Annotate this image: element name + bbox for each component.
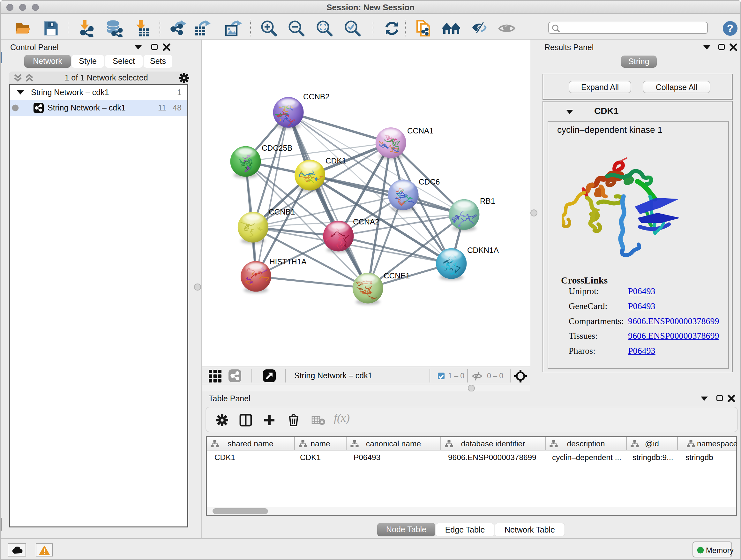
svg-text:CCNA1: CCNA1 [407,126,434,135]
svg-text:CDK1: CDK1 [326,157,346,165]
svg-text:CCNE1: CCNE1 [384,271,410,280]
svg-text:CCNA2: CCNA2 [353,217,380,226]
svg-text:RB1: RB1 [480,197,495,205]
svg-text:?: ? [727,22,733,34]
svg-text:CDC25B: CDC25B [262,144,292,152]
svg-text:CDC6: CDC6 [419,178,440,186]
svg-text:CCNB2: CCNB2 [303,92,330,101]
svg-text:CCNB1: CCNB1 [269,207,295,216]
svg-text:CDKN1A: CDKN1A [467,246,499,254]
svg-text:HIST1H1A: HIST1H1A [269,257,307,266]
